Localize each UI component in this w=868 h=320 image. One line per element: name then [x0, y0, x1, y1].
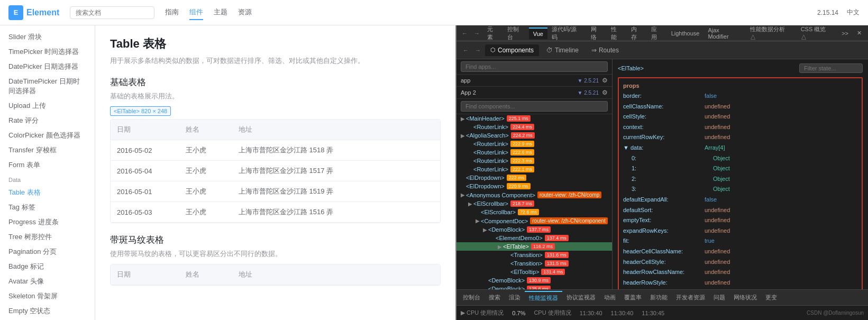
- bt-console[interactable]: 控制台: [459, 291, 485, 304]
- sidebar-item-empty[interactable]: Empty 空状态: [0, 304, 95, 318]
- sidebar-item-tree[interactable]: Tree 树形控件: [0, 230, 95, 244]
- bt-changes[interactable]: 更变: [761, 291, 781, 304]
- dt-nav-fwd[interactable]: →: [471, 30, 483, 36]
- time-badge: 130.9 ms: [527, 277, 551, 284]
- tree-item[interactable]: ▶<ElScrollbar>218.7 ms: [456, 199, 612, 208]
- tree-item-name: <MainHeader>: [466, 115, 505, 122]
- logo[interactable]: E Element: [8, 5, 59, 20]
- dt-tab-source[interactable]: 源代码/源码: [547, 25, 587, 41]
- bt-coverage[interactable]: 覆盖率: [620, 291, 646, 304]
- dt-tab-ajax[interactable]: Ajax Modifier: [703, 25, 745, 41]
- sidebar-item-skeleton[interactable]: Skeleton 骨架屏: [0, 289, 95, 304]
- find-apps-input[interactable]: [461, 61, 608, 72]
- sidebar-item-upload[interactable]: Upload 上传: [0, 98, 95, 113]
- sidebar-item-datepicker[interactable]: DatePicker 日期选择器: [0, 59, 95, 74]
- sidebar-item-avatar[interactable]: Avatar 头像: [0, 274, 95, 289]
- eltable-link[interactable]: <ElTable>: [618, 65, 644, 71]
- bt-animation[interactable]: 动画: [600, 291, 620, 304]
- sidebar-item-badge[interactable]: Badge 标记: [0, 259, 95, 274]
- bt-perfmon[interactable]: 性能监视器: [525, 291, 562, 304]
- vue-tabs-bar: ← → ⬡ Components ⏱ Timeline ⇒ Routes: [456, 41, 868, 59]
- dt-tab-perfdata[interactable]: 性能数据分析 △: [746, 25, 797, 41]
- sidebar-item-colorpicker[interactable]: ColorPicker 颜色选择器: [0, 128, 95, 143]
- vue-tab-timeline[interactable]: ⏱ Timeline: [541, 44, 584, 56]
- tree-item[interactable]: ▶<AlgoliaSearch>224.2 ms: [456, 131, 612, 140]
- dt-tab-memory[interactable]: 内存: [627, 25, 647, 41]
- vue-nav-back[interactable]: ←: [461, 47, 471, 53]
- tree-item[interactable]: <DemoBlock>130.9 ms: [456, 276, 612, 285]
- dt-close-btn[interactable]: ✕: [853, 30, 866, 36]
- app-row-1[interactable]: app ▼ 2.5.21 ⚙: [456, 75, 612, 87]
- sidebar-item-pagination[interactable]: Pagination 分页: [0, 244, 95, 259]
- sidebar-item-progress[interactable]: Progress 进度条: [0, 215, 95, 230]
- dt-tab-perf[interactable]: 性能: [607, 25, 627, 41]
- bt-protocol[interactable]: 协议监视器: [562, 291, 600, 304]
- tree-item[interactable]: <ElDropdown>220.9 ms: [456, 182, 612, 190]
- vue-tab-routes[interactable]: ⇒ Routes: [586, 44, 624, 56]
- time-badge: router-view: /zh-CN/comp: [537, 191, 601, 198]
- vue-nav-fwd[interactable]: →: [473, 47, 483, 53]
- sidebar-item-timepicker[interactable]: TimePicker 时间选择器: [0, 44, 95, 59]
- prop-row: headerCellStyle:undefined: [623, 257, 857, 268]
- tree-item[interactable]: <DemoBlock>125.6 ms: [456, 285, 612, 289]
- tree-item[interactable]: ▶<DemoBlock>137.7 ms: [456, 225, 612, 234]
- tree-item[interactable]: ▶<ElTable>116.2 ms: [456, 242, 612, 251]
- search-input[interactable]: [70, 6, 154, 19]
- prop-row: cellStyle:undefined: [623, 112, 857, 122]
- app-2-icon[interactable]: ⚙: [602, 89, 608, 96]
- prop-val: Array[4]: [705, 143, 725, 153]
- tree-item[interactable]: ▶<ComponentDoc>router-view: /zh-CN/compo…: [456, 216, 612, 225]
- tree-item-name: <DemoBlock>: [488, 286, 525, 289]
- nav-link-guide[interactable]: 指南: [165, 5, 179, 20]
- tree-item[interactable]: <ElScrollbar>72.6 ms: [456, 208, 612, 216]
- tree-item[interactable]: <Transition>131.5 ms: [456, 259, 612, 268]
- sidebar-item-slider[interactable]: Slider 滑块: [0, 30, 95, 44]
- sidebar-item-form[interactable]: Form 表单: [0, 158, 95, 172]
- dt-tab-more[interactable]: >>: [837, 28, 853, 39]
- nav-link-component[interactable]: 组件: [189, 5, 203, 20]
- tree-item[interactable]: <RouterLink>222.9 ms: [456, 140, 612, 148]
- tree-item[interactable]: ▶<MainHeader>225.1 ms: [456, 114, 612, 123]
- bt-render[interactable]: 渲染: [505, 291, 525, 304]
- time-badge: 131.5 ms: [545, 260, 569, 267]
- app-1-icon[interactable]: ⚙: [602, 77, 608, 84]
- dt-tab-app[interactable]: 应用: [647, 25, 667, 41]
- sidebar-item-transfer[interactable]: Transfer 穿梭框: [0, 143, 95, 158]
- tree-item[interactable]: <RouterLink>222.1 ms: [456, 165, 612, 173]
- sidebar-item-rate[interactable]: Rate 评分: [0, 113, 95, 128]
- sidebar-item-datetimepicker[interactable]: DateTimePicker 日期时间选择器: [0, 74, 95, 98]
- tree-item[interactable]: <ElDropdown>222 ms: [456, 173, 612, 182]
- dt-tab-console[interactable]: 控制台: [503, 25, 529, 41]
- filter-state-input[interactable]: [799, 63, 863, 73]
- tree-scroll: ▶<MainHeader>225.1 ms<RouterLink>224.4 m…: [456, 114, 612, 289]
- tree-item[interactable]: <ElementDemo0>137.4 ms: [456, 234, 612, 242]
- bt-search[interactable]: 搜索: [485, 291, 505, 304]
- dt-tab-css[interactable]: CSS 概览 △: [797, 25, 838, 41]
- sidebar-item-table[interactable]: Table 表格: [0, 185, 95, 200]
- tree-item[interactable]: <RouterLink>222.3 ms: [456, 157, 612, 165]
- vue-tab-components[interactable]: ⬡ Components: [485, 44, 539, 56]
- tree-item[interactable]: <RouterLink>224.4 ms: [456, 123, 612, 131]
- tree-item[interactable]: <RouterLink>222.6 ms: [456, 148, 612, 157]
- bt-new[interactable]: 新功能: [646, 291, 672, 304]
- time-badge: 116.2 ms: [531, 243, 555, 250]
- bt-netstatus[interactable]: 网络状况: [729, 291, 761, 304]
- bt-devres[interactable]: 开发者资源: [672, 291, 709, 304]
- tree-item[interactable]: <Transition>131.6 ms: [456, 251, 612, 259]
- tree-item[interactable]: <ElTooltip>131.4 ms: [456, 268, 612, 276]
- find-comp-input[interactable]: [461, 101, 608, 112]
- tree-item[interactable]: ▶<Anonymous Component>router-view: /zh-C…: [456, 190, 612, 199]
- dt-nav-back[interactable]: ←: [459, 30, 471, 36]
- dt-tab-vue[interactable]: Vue: [529, 28, 547, 39]
- tree-item-name: <RouterLink>: [473, 166, 508, 172]
- dt-tab-network[interactable]: 网络: [587, 25, 607, 41]
- main-layout: Slider 滑块 TimePicker 时间选择器 DatePicker 日期…: [0, 25, 868, 320]
- dt-tab-lighthouse[interactable]: Lighthouse: [667, 28, 704, 39]
- dt-tab-elements[interactable]: 元素: [483, 25, 503, 41]
- devtools-topbar: ← → 元素 控制台 Vue 源代码/源码 网络 性能 内存 应用 Lighth…: [456, 25, 868, 41]
- nav-link-theme[interactable]: 主题: [214, 5, 227, 20]
- nav-link-resource[interactable]: 资源: [238, 5, 252, 20]
- sidebar-item-tag[interactable]: Tag 标签: [0, 200, 95, 215]
- bt-issues[interactable]: 问题: [709, 291, 729, 304]
- app-row-2[interactable]: App 2 ▼ 2.5.21 ⚙: [456, 87, 612, 99]
